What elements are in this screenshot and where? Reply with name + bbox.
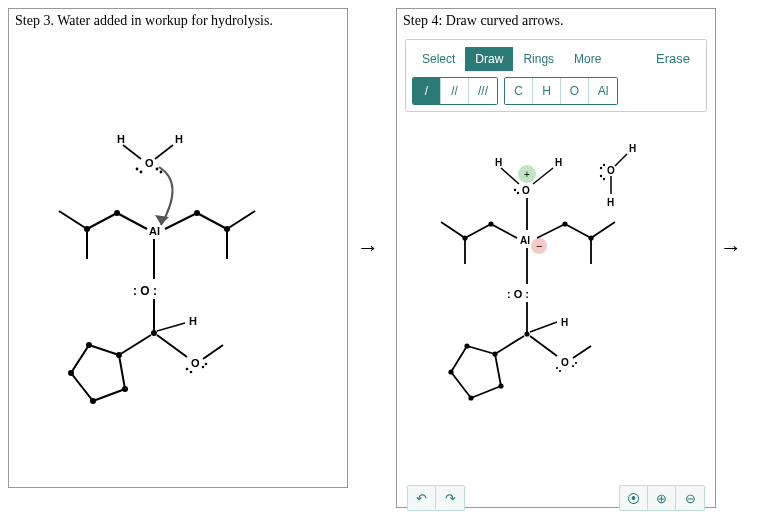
label-o-lonepair: : O : — [507, 288, 529, 300]
svg-line-62 — [530, 322, 557, 332]
label-h: H — [495, 157, 502, 168]
reaction-arrow: → — [348, 8, 388, 488]
svg-line-14 — [197, 213, 227, 229]
svg-point-21 — [151, 330, 157, 336]
tab-select[interactable]: Select — [412, 47, 465, 71]
svg-point-64 — [556, 367, 558, 369]
svg-line-23 — [157, 335, 187, 357]
erase-button[interactable]: Erase — [646, 46, 700, 71]
svg-point-43 — [603, 178, 605, 180]
svg-point-61 — [524, 331, 529, 336]
atom-c-button[interactable]: C — [505, 78, 533, 104]
svg-line-44 — [615, 154, 627, 166]
svg-point-27 — [205, 363, 208, 366]
svg-point-74 — [468, 395, 473, 400]
svg-point-35 — [122, 386, 128, 392]
svg-point-65 — [559, 370, 561, 372]
label-o: O — [145, 157, 154, 169]
svg-line-22 — [157, 323, 185, 331]
svg-line-1 — [155, 145, 173, 159]
svg-point-2 — [136, 168, 139, 171]
atom-group: C H O Al — [504, 77, 618, 105]
svg-point-25 — [190, 371, 193, 374]
svg-line-13 — [165, 213, 197, 229]
zoom-out-button[interactable]: ⊖ — [676, 486, 704, 510]
label-h: H — [607, 197, 614, 208]
label-h: H — [629, 143, 636, 154]
svg-point-52 — [462, 235, 467, 240]
label-o: O — [522, 185, 530, 196]
triple-bond-button[interactable]: /// — [469, 78, 497, 104]
svg-marker-6 — [155, 215, 169, 225]
atom-h-button[interactable]: H — [533, 78, 561, 104]
label-h: H — [561, 317, 568, 328]
step3-title: Step 3. Water added in workup for hydrol… — [9, 9, 347, 33]
drawing-canvas[interactable]: H H + O H O H Al − — [397, 116, 715, 479]
svg-point-73 — [448, 369, 453, 374]
atom-al-button[interactable]: Al — [589, 78, 617, 104]
label-o: O — [561, 357, 569, 368]
step3-structure: H H O Al — [9, 33, 347, 483]
svg-point-51 — [488, 221, 493, 226]
svg-line-49 — [441, 222, 465, 238]
label-h: H — [189, 315, 197, 327]
redo-button[interactable]: ↷ — [436, 486, 464, 510]
svg-point-67 — [575, 362, 577, 364]
svg-point-3 — [140, 171, 143, 174]
svg-line-8 — [87, 213, 117, 229]
svg-point-37 — [517, 192, 519, 194]
svg-point-40 — [600, 167, 602, 169]
svg-line-15 — [227, 211, 255, 229]
label-plus: + — [524, 169, 530, 180]
single-bond-button[interactable]: / — [413, 78, 441, 104]
label-o: O — [607, 165, 615, 176]
tab-rings[interactable]: Rings — [513, 47, 564, 71]
label-h: H — [555, 157, 562, 168]
zoom-in-button[interactable]: ⊕ — [648, 486, 676, 510]
svg-line-7 — [117, 213, 147, 229]
svg-point-18 — [224, 226, 230, 232]
drawing-toolbar: Select Draw Rings More Erase / // /// C … — [405, 39, 707, 112]
svg-point-58 — [588, 235, 593, 240]
svg-line-47 — [491, 224, 517, 238]
undo-button[interactable]: ↶ — [408, 486, 436, 510]
svg-point-72 — [464, 343, 469, 348]
svg-line-9 — [59, 211, 87, 229]
svg-point-71 — [492, 351, 497, 356]
tab-more[interactable]: More — [564, 47, 611, 71]
svg-point-34 — [90, 398, 96, 404]
svg-point-12 — [84, 226, 90, 232]
step4-panel: Step 4: Draw curved arrows. Select Draw … — [396, 8, 716, 508]
svg-line-68 — [573, 346, 591, 358]
zoom-fit-button[interactable]: ⦿ — [620, 486, 648, 510]
svg-point-41 — [603, 164, 605, 166]
bottom-toolbar: ↶ ↷ ⦿ ⊕ ⊖ — [397, 479, 715, 519]
svg-point-33 — [68, 370, 74, 376]
double-bond-button[interactable]: // — [441, 78, 469, 104]
svg-line-55 — [591, 222, 615, 238]
svg-point-32 — [86, 342, 92, 348]
svg-point-75 — [498, 383, 503, 388]
label-minus: − — [536, 240, 542, 252]
svg-line-39 — [533, 168, 553, 184]
label-h: H — [117, 133, 125, 145]
svg-line-29 — [119, 335, 151, 355]
label-al: Al — [520, 235, 530, 246]
label-o-lonepair: : O : — [133, 284, 157, 298]
svg-point-57 — [562, 221, 567, 226]
step4-structure: H H + O H O H Al − — [397, 116, 697, 476]
svg-line-28 — [203, 345, 223, 359]
step3-panel: Step 3. Water added in workup for hydrol… — [8, 8, 348, 488]
tab-draw[interactable]: Draw — [465, 47, 513, 71]
svg-line-63 — [530, 336, 557, 356]
svg-point-5 — [160, 171, 163, 174]
svg-point-24 — [186, 368, 189, 371]
step4-title: Step 4: Draw curved arrows. — [397, 9, 715, 33]
reaction-arrow-2: → — [716, 8, 746, 488]
atom-o-button[interactable]: O — [561, 78, 589, 104]
label-al: Al — [149, 225, 160, 237]
svg-point-26 — [202, 366, 205, 369]
svg-line-48 — [465, 224, 491, 238]
svg-point-36 — [514, 189, 516, 191]
svg-point-17 — [194, 210, 200, 216]
